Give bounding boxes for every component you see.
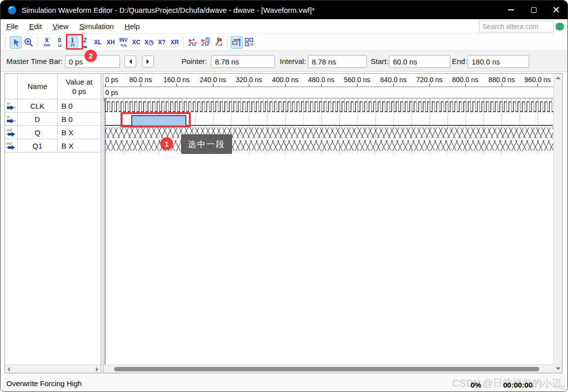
menu-bar: File Edit View Simulation Help xyxy=(0,19,568,34)
random-value-button[interactable]: X? xyxy=(156,36,168,49)
resize-grip[interactable] xyxy=(560,385,565,390)
end-label: End: xyxy=(452,57,467,65)
menu-help[interactable]: Help xyxy=(120,20,145,32)
hscrollbar-thumb[interactable] xyxy=(114,367,539,371)
pattern-window-icon xyxy=(244,37,255,48)
maximize-button[interactable] xyxy=(522,0,545,19)
weak-high-button[interactable]: XH xyxy=(105,36,117,49)
port-direction-cell: out xyxy=(5,139,18,152)
name-column-header[interactable]: Name xyxy=(18,74,58,99)
toolbar: X ××× 0 ⊔ 1 ⊓ Z ▂ XL XH INV ∿∿ XC X◷ xyxy=(0,34,568,51)
close-button[interactable]: ✕ xyxy=(545,0,568,19)
zoom-tool-button[interactable] xyxy=(23,36,34,49)
status-message: Overwrite Forcing High xyxy=(6,379,82,388)
toolbar-separator xyxy=(183,37,184,48)
forcing-unknown-x-button[interactable]: X ××× xyxy=(41,36,53,49)
signal-value[interactable]: B X xyxy=(58,139,101,152)
annotation-tooltip: 选中一段 xyxy=(181,134,232,154)
insert-clock-interval-button[interactable] xyxy=(200,36,211,49)
waveform-hscrollbar[interactable] xyxy=(103,364,554,373)
elapsed-time: 00:00:00 xyxy=(503,381,533,389)
generate-waveform-button[interactable] xyxy=(212,36,224,49)
ruler-label: 320.0 ns xyxy=(236,76,262,84)
forcing-0-icon: 0 xyxy=(58,37,61,43)
snap-to-transition-icon xyxy=(231,37,242,48)
pointer-field[interactable]: 8.78 ns xyxy=(211,55,275,68)
start-label: Start: xyxy=(371,57,389,65)
port-direction-cell: in xyxy=(5,99,18,113)
toolbar-separator xyxy=(37,37,38,48)
interval-field[interactable]: 8.78 ns xyxy=(308,55,367,68)
waveform-canvas[interactable] xyxy=(104,98,554,365)
menu-edit[interactable]: Edit xyxy=(24,20,47,32)
signal-name[interactable]: Q xyxy=(18,126,58,139)
progress-percent: 0% xyxy=(471,381,481,389)
invert-button[interactable]: INV ∿∿ xyxy=(118,36,129,49)
signal-table: Name Value at 0 ps in CLK B 0 in D B 0 xyxy=(5,74,101,152)
annotation-box-selection xyxy=(120,112,191,127)
signal-value[interactable]: B 0 xyxy=(58,99,101,113)
insert-clock-icon xyxy=(200,37,211,48)
ruler-label: 480.0 ns xyxy=(308,76,334,84)
globe-icon xyxy=(556,22,565,31)
waveform-vscrollbar[interactable] xyxy=(553,74,562,373)
zoom-icon xyxy=(24,37,33,47)
menu-simulation[interactable]: Simulation xyxy=(74,20,119,32)
output-port-icon: out xyxy=(5,141,17,151)
scroll-right-icon[interactable] xyxy=(96,367,98,372)
scroll-left-icon[interactable] xyxy=(7,367,10,372)
menu-file[interactable]: File xyxy=(1,20,23,32)
menu-view[interactable]: View xyxy=(48,20,73,32)
close-icon: ✕ xyxy=(552,5,561,15)
master-time-bar-row[interactable]: 0 ps xyxy=(103,87,554,98)
ruler-label: 400.0 ns xyxy=(272,76,299,84)
signal-value[interactable]: B 0 xyxy=(58,113,101,126)
port-direction-cell: out xyxy=(5,126,18,139)
selection-tool-button[interactable] xyxy=(10,36,22,49)
icon-column-header xyxy=(5,74,18,99)
input-port-icon: in xyxy=(5,115,17,124)
end-field[interactable]: 180.0 ns xyxy=(468,55,529,68)
count-value-button[interactable]: XC xyxy=(130,36,142,49)
annotation-badge-1: 1 xyxy=(160,137,173,150)
value-column-header[interactable]: Value at 0 ps xyxy=(58,74,101,99)
pattern-window-button[interactable] xyxy=(243,36,255,49)
maximize-icon xyxy=(531,7,537,13)
input-port-icon: in xyxy=(5,101,17,111)
ruler-label: 800.0 ns xyxy=(452,76,478,84)
ruler-label: 640.0 ns xyxy=(380,76,407,84)
clock-button[interactable]: X◷ xyxy=(143,36,155,49)
status-bar: CSDN @日常脱发的小迈 Overwrite Forcing High 0% … xyxy=(0,373,568,392)
interval-label: Interval: xyxy=(280,57,306,65)
step-right-button[interactable] xyxy=(142,56,154,67)
time-ruler[interactable]: 0 ps 80.0 ns 160.0 ns 240.0 ns 320.0 ns … xyxy=(103,74,554,87)
start-field[interactable]: 60.0 ns xyxy=(389,55,450,68)
toolbar-grip[interactable] xyxy=(4,37,6,48)
search-input[interactable] xyxy=(479,21,554,32)
signal-panel-hscrollbar[interactable] xyxy=(5,364,101,373)
annotation-box-toolbar xyxy=(66,34,83,50)
insert-waveform-interval-button[interactable] xyxy=(187,36,199,49)
minimize-button[interactable] xyxy=(500,0,522,19)
q-waveform-unknown xyxy=(105,127,553,138)
signal-value[interactable]: B X xyxy=(58,126,101,139)
random-value-icon: X? xyxy=(158,39,165,45)
weak-low-button[interactable]: XL xyxy=(92,36,104,49)
scroll-down-icon[interactable] xyxy=(556,367,561,370)
master-time-bar-position: 0 ps xyxy=(105,89,118,96)
scroll-up-icon[interactable] xyxy=(556,77,561,79)
signal-name[interactable]: D xyxy=(18,113,58,126)
arbitrary-value-button[interactable]: XR xyxy=(169,36,180,49)
svg-text:in: in xyxy=(7,101,10,106)
ruler-label: 880.0 ns xyxy=(488,76,515,84)
signal-name[interactable]: Q1 xyxy=(18,139,58,152)
screen: Simulation Waveform Editor - D:/QuartusP… xyxy=(0,0,568,392)
forcing-low-button[interactable]: 0 ⊔ xyxy=(54,36,65,49)
annotation-badge-2: 2 xyxy=(85,50,97,62)
step-left-button[interactable] xyxy=(124,56,136,67)
snap-to-transition-button[interactable] xyxy=(231,36,242,49)
toolbar-separator xyxy=(227,37,228,48)
port-direction-cell: in xyxy=(5,113,18,126)
signal-name[interactable]: CLK xyxy=(18,99,58,113)
svg-text:in: in xyxy=(7,115,10,119)
